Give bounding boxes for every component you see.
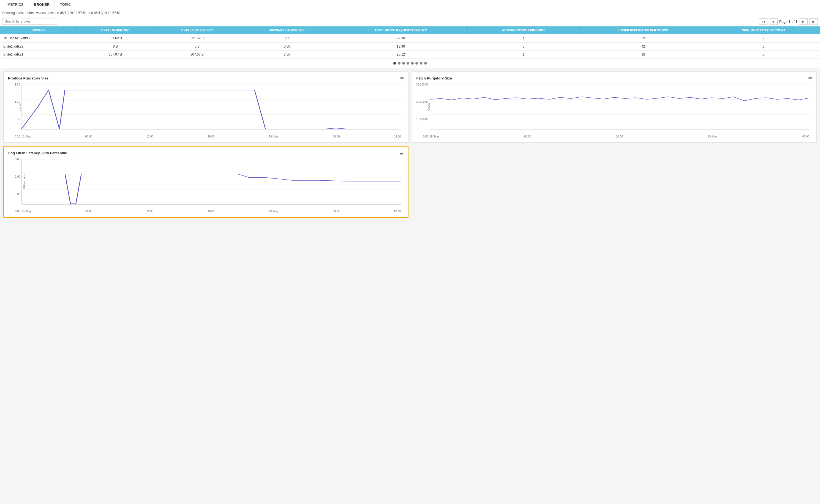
pagination-dot[interactable]: [424, 62, 427, 65]
tab-metrics[interactable]: METRICS: [2, 0, 29, 9]
bytes_in-cell: 307.07 B: [76, 51, 154, 59]
eye-icon[interactable]: 👁: [3, 36, 8, 40]
broker-cell: Ignite1.kafka3: [0, 43, 76, 50]
offline-cell: 0: [707, 43, 820, 51]
col-active-ctrl[interactable]: ACTIVECONTROLLERCOUNT: [468, 26, 580, 34]
search-input[interactable]: [2, 18, 57, 25]
bytes_out-cell: 307.07 B: [154, 51, 240, 59]
prev-page-button[interactable]: ◄: [769, 18, 778, 25]
produce-purgatory-chart: ☰ Produce Purgatory Size 1.50 1.00 0.50 …: [3, 71, 408, 143]
col-offline[interactable]: OFFLINE PARTITIONS COUNT: [707, 26, 820, 34]
table-header-row: BROKER BYTES IN PER SEC BYTES OUT PER SE…: [0, 26, 820, 34]
col-under-rep[interactable]: UNDER REPLICATED PARTITIONS: [579, 26, 707, 34]
fetch-chart-inner: Count: [430, 84, 810, 130]
msgs_in-cell: 3.56: [240, 51, 334, 59]
pagination: ⏮ ◄ Page 1 of 1 ► ⏭: [759, 18, 818, 25]
pagination-dots: [0, 59, 820, 68]
bytes_in-cell: 331.62 B: [76, 34, 154, 43]
active_ctrl-cell: 0: [468, 43, 580, 51]
chart-menu-logflush[interactable]: ☰: [400, 151, 404, 156]
chart-menu-produce[interactable]: ☰: [400, 76, 404, 81]
log-flush-latency-chart: ☰ Log Flush Latency, 99th Percentile 3.0…: [3, 146, 408, 218]
msgs_in-cell: 3.85: [240, 34, 334, 43]
fetch_req-cell: 25.12: [334, 51, 467, 59]
charts-area: ☰ Produce Purgatory Size 1.50 1.00 0.50 …: [0, 68, 820, 221]
under_rep-cell: 89: [579, 34, 707, 43]
chart-menu-fetch[interactable]: ☰: [808, 76, 812, 81]
fetch_req-cell: 27.30: [334, 34, 467, 43]
fetch-purgatory-title: Fetch Purgatory Size: [416, 76, 812, 80]
pagination-dot[interactable]: [402, 62, 405, 65]
under_rep-cell: 16: [579, 51, 707, 59]
pagination-dot[interactable]: [398, 62, 401, 65]
produce-purgatory-area: 1.50 1.00 0.50 0.00 Count 18. May 06:00 …: [8, 83, 404, 138]
logflush-x-axis: 18. May 06:00 12:00 18:00 19. May 06:00 …: [21, 210, 401, 213]
next-page-button[interactable]: ►: [799, 18, 808, 25]
subtitle: Showing latest metrics values between 05…: [0, 9, 820, 16]
col-fetch-req[interactable]: TOTAL FETCH REQUESTS PER SEC: [334, 26, 467, 34]
col-msgs-in[interactable]: MESSAGES IN PER SEC: [240, 26, 334, 34]
logflush-chart-inner: Milliseconds: [21, 159, 401, 205]
pagination-dot[interactable]: [415, 62, 418, 65]
first-page-button[interactable]: ⏮: [759, 18, 767, 25]
metrics-table: BROKER BYTES IN PER SEC BYTES OUT PER SE…: [0, 26, 820, 59]
offline-cell: 2: [707, 34, 820, 43]
active_ctrl-cell: 1: [468, 51, 580, 59]
bytes_out-cell: 0 B: [154, 43, 240, 51]
tab-bar: METRICS BROKER TOPIC: [0, 0, 820, 9]
log-flush-area: 3.00 2.00 1.00 0.00 Milliseconds 18. May…: [8, 158, 404, 213]
pagination-dot[interactable]: [420, 62, 423, 65]
produce-x-axis: 18. May 06:00 12:00 18:00 19. May 06:00 …: [21, 135, 401, 138]
tab-topic[interactable]: TOPIC: [55, 0, 76, 9]
col-bytes-in[interactable]: BYTES IN PER SEC: [76, 26, 154, 34]
log-flush-title: Log Flush Latency, 99th Percentile: [8, 151, 404, 155]
pagination-dot[interactable]: [407, 62, 409, 65]
logflush-y-axis: 3.00 2.00 1.00 0.00: [8, 158, 21, 213]
tab-broker[interactable]: BROKER: [29, 0, 55, 9]
search-pagination-bar: ⏮ ◄ Page 1 of 1 ► ⏭: [0, 16, 820, 26]
fetch-x-axis: 18. May 08:00 16:00 19. May 08:00: [430, 135, 810, 138]
pagination-dot[interactable]: [393, 62, 396, 65]
produce-purgatory-title: Produce Purgatory Size: [8, 76, 404, 80]
fetch-purgatory-chart: ☰ Fetch Purgatory Size 30,000.00 20,000.…: [412, 71, 817, 143]
fetch_req-cell: 13.90: [334, 43, 467, 51]
table-row: 👁Ignite1.kafka2331.62 B331.62 B3.8527.30…: [0, 34, 820, 43]
under_rep-cell: 42: [579, 43, 707, 51]
table-row: Ignite1.kafka30 B0 B0.0013.900420: [0, 43, 820, 51]
msgs_in-cell: 0.00: [240, 43, 334, 51]
produce-chart-inner: Count: [21, 84, 401, 130]
col-bytes-out[interactable]: BYTES OUT PER SEC: [154, 26, 240, 34]
page-label: Page 1 of 1: [779, 20, 798, 24]
table-row: Ignite1.kafka1307.07 B307.07 B3.5625.121…: [0, 51, 820, 59]
offline-cell: 0: [707, 51, 820, 59]
col-broker[interactable]: BROKER: [0, 26, 76, 34]
active_ctrl-cell: 1: [468, 34, 580, 43]
bytes_in-cell: 0 B: [76, 43, 154, 51]
fetch-purgatory-area: 30,000.00 20,000.00 10,000.00 0.00 Count…: [416, 83, 812, 138]
pagination-dot[interactable]: [411, 62, 414, 65]
bytes_out-cell: 331.62 B: [154, 34, 240, 43]
last-page-button[interactable]: ⏭: [809, 18, 818, 25]
broker-cell: Ignite1.kafka1: [0, 51, 76, 58]
broker-cell: 👁Ignite1.kafka2: [0, 34, 76, 42]
